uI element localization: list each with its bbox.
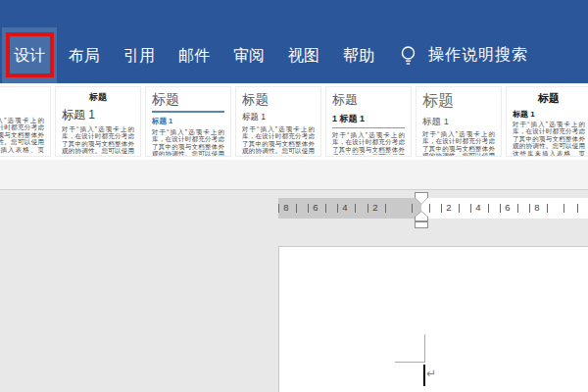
thumbnail-heading1: 标题 1 [242, 112, 315, 123]
tab-row: 设计布局引用邮件审阅视图帮助 操作说明搜索 [0, 27, 588, 83]
ribbon-tab-7[interactable]: 帮助 [331, 27, 386, 83]
ribbon-lower-strip [0, 160, 588, 190]
style-set-thumbnail-6[interactable]: 标题标题 1对于“插入”选项卡上的库，在设计时都充分考虑了其中的项与文档整体外观… [416, 86, 502, 157]
ruler-number: 6 [503, 202, 513, 213]
ruler-number: 2 [370, 202, 380, 213]
thumbnail-body-text: 对于“插入”选项卡上的库，在设计时都充分考虑了其中的项与文档整体外观的协调性。您… [422, 130, 495, 157]
text-boundary-mark-horizontal [395, 362, 425, 363]
style-set-thumbnail-7[interactable]: 标题标题 1对于“插入”选项卡上的库，在设计时都充分考虑了其中的项与文档整体外观… [506, 86, 588, 157]
thumbnail-body-text: 对于“插入”选项卡上的库，在设计时都充分考虑了其中的项与文档整体外观的协调性。您… [332, 131, 405, 155]
ribbon-tab-6[interactable]: 视图 [276, 27, 331, 83]
thumbnail-body-text: 对于“插入”选项卡上的库，在设计时都充分考虑了其中的项与文档整体外观的协调性。您… [242, 125, 315, 157]
lightbulb-icon [400, 45, 416, 67]
thumbnail-heading1: 标题 1 [513, 109, 585, 120]
ribbon-tabs: 设计布局引用邮件审阅视图帮助 [2, 27, 386, 83]
thumbnail-title: 标题 [152, 91, 224, 113]
text-cursor [423, 365, 425, 386]
left-indent-marker[interactable] [415, 221, 428, 228]
thumbnail-heading1: 标题 1 [62, 107, 134, 123]
thumbnail-title: 标题 [242, 91, 315, 109]
thumbnail-title: 标题 [62, 91, 134, 104]
ruler-number: 8 [532, 202, 542, 213]
style-set-row: 对于“插入”选项卡上的库，在设计时都充分考虑了其中的项与文档整体外观的协调性。您… [0, 86, 588, 157]
thumbnail-body-text: 对于“插入”选项卡上的库，在设计时都充分考虑了其中的项与文档整体外观的协调性。您… [513, 121, 585, 157]
ruler-number: 4 [473, 202, 483, 213]
thumbnail-body-text: 对于“插入”选项卡上的库，在设计时都充分考虑了其中的项与文档整体外观的协调性。您… [62, 125, 134, 157]
thumbnail-heading1: 1 标题 1 [332, 113, 405, 128]
tell-me-search[interactable]: 操作说明搜索 [400, 27, 528, 83]
ruler-number: 2 [444, 202, 454, 213]
thumbnail-heading1: 标题 1 [152, 117, 224, 126]
ribbon-tab-3[interactable]: 引用 [112, 27, 167, 83]
style-set-gallery: 对于“插入”选项卡上的库，在设计时都充分考虑了其中的项与文档整体外观的协调性。您… [0, 83, 588, 160]
ruler-ticks: 86422468 [278, 198, 588, 219]
ribbon-tab-5[interactable]: 审阅 [221, 27, 276, 83]
paragraph-mark: ↵ [426, 368, 436, 379]
ribbon-tab-2[interactable]: 布局 [57, 27, 112, 83]
style-set-thumbnail-1[interactable]: 对于“插入”选项卡上的库，在设计时都充分考虑了其中的项与文档整体外观的协调性。您… [0, 86, 51, 157]
tell-me-label: 操作说明搜索 [428, 45, 528, 66]
ribbon-header: 设计布局引用邮件审阅视图帮助 操作说明搜索 [0, 0, 588, 83]
thumbnail-body-text: 对于“插入”选项卡上的库，在设计时都充分考虑了其中的项与文档整体外观的协调性。您… [0, 117, 44, 154]
thumbnail-body-text: 对于“插入”选项卡上的库，在设计时都充分考虑了其中的项与文档整体外观的协调性。您… [152, 128, 224, 157]
thumbnail-heading1: 标题 1 [422, 116, 495, 128]
style-set-thumbnail-5[interactable]: 标题1 标题 1对于“插入”选项卡上的库，在设计时都充分考虑了其中的项与文档整体… [325, 86, 412, 157]
word-window: 设计布局引用邮件审阅视图帮助 操作说明搜索 对于“插入”选项卡上的库，在设计时都… [0, 0, 588, 392]
ruler-number: 8 [281, 202, 291, 213]
horizontal-ruler[interactable]: 86422468 [278, 198, 588, 219]
text-boundary-mark-vertical [424, 334, 425, 363]
thumbnail-title: 标题 [332, 91, 405, 109]
style-set-thumbnail-3[interactable]: 标题标题 1对于“插入”选项卡上的库，在设计时都充分考虑了其中的项与文档整体外观… [145, 86, 231, 157]
style-set-thumbnail-4[interactable]: 标题标题 1对于“插入”选项卡上的库，在设计时都充分考虑了其中的项与文档整体外观… [235, 86, 321, 157]
ribbon-tab-1[interactable]: 设计 [2, 27, 57, 83]
document-workspace: 86422468 ↵ [0, 190, 588, 392]
ruler-number: 4 [340, 202, 350, 213]
style-set-thumbnail-2[interactable]: 标题标题 1对于“插入”选项卡上的库，在设计时都充分考虑了其中的项与文档整体外观… [55, 86, 141, 157]
thumbnail-title: 标题 [422, 91, 495, 112]
thumbnail-title: 标题 [513, 91, 585, 106]
ribbon-tab-4[interactable]: 邮件 [167, 27, 221, 83]
ruler-number: 6 [311, 202, 320, 213]
